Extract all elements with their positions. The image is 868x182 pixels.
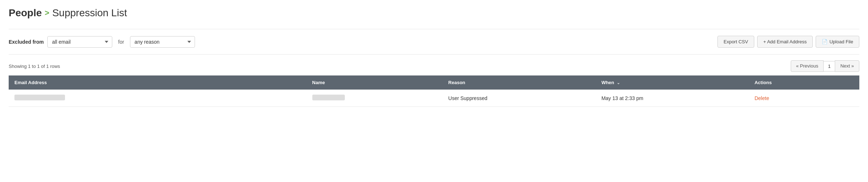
upload-file-label: Upload File [829,39,853,44]
pagination-current-page: 1 [824,61,835,72]
toolbar-filters: Excluded from all email marketing email … [9,36,195,48]
when-sort-icon: ⌄ [617,81,620,85]
table-row: User Suppressed May 13 at 2:33 pm Delete [9,90,859,107]
breadcrumb: People > Suppression List [9,7,859,19]
cell-email [9,90,307,107]
for-label: for [118,39,124,45]
column-header-name: Name [307,75,443,90]
excluded-from-select[interactable]: all email marketing email transactional … [47,36,112,48]
add-email-label: + Add Email Address [763,39,807,44]
breadcrumb-people[interactable]: People [9,7,42,19]
name-redacted [312,95,345,100]
pagination: « Previous 1 Next » [791,60,859,72]
column-header-when[interactable]: When ⌄ [596,75,749,90]
delete-link[interactable]: Delete [755,95,769,101]
table-header-row: Email Address Name Reason When ⌄ Actions [9,75,859,90]
showing-count: Showing 1 to 1 of 1 rows [9,64,60,69]
export-csv-button[interactable]: Export CSV [717,36,754,48]
toolbar-actions: Export CSV + Add Email Address 📄 Upload … [717,36,859,48]
add-email-button[interactable]: + Add Email Address [757,36,813,48]
cell-name [307,90,443,107]
file-icon: 📄 [822,39,828,44]
breadcrumb-separator: > [45,8,49,18]
upload-file-button[interactable]: 📄 Upload File [816,36,859,48]
previous-button[interactable]: « Previous [791,60,824,72]
column-header-reason: Reason [443,75,596,90]
suppression-table: Email Address Name Reason When ⌄ Actions [9,75,859,107]
email-redacted [14,95,65,100]
reason-select[interactable]: any reason unsubscribed bounced complain… [130,36,195,48]
column-header-email: Email Address [9,75,307,90]
cell-actions: Delete [749,90,859,107]
table-meta-row: Showing 1 to 1 of 1 rows « Previous 1 Ne… [9,60,859,72]
excluded-from-label: Excluded from [9,39,44,45]
next-button[interactable]: Next » [835,60,859,72]
export-csv-label: Export CSV [724,39,748,44]
cell-reason: User Suppressed [443,90,596,107]
breadcrumb-current-page: Suppression List [52,7,127,19]
toolbar: Excluded from all email marketing email … [9,29,859,55]
column-header-actions: Actions [749,75,859,90]
cell-when: May 13 at 2:33 pm [596,90,749,107]
